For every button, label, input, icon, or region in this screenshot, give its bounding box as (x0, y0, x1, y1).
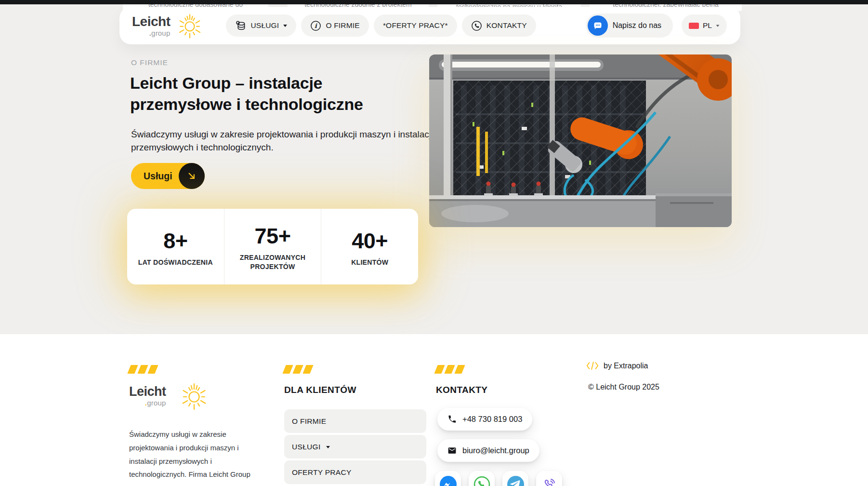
footer-logo[interactable]: Leicht .group (129, 380, 210, 411)
header: Leicht .group (119, 7, 740, 44)
code-icon (586, 361, 599, 371)
envelope-icon (447, 446, 457, 455)
sun-logo-icon (176, 12, 204, 40)
footer-menu: O FIRMIE USŁUGI OFERTY PRACY (284, 409, 426, 484)
footer-link-uslugi[interactable]: USŁUGI (284, 435, 426, 459)
logo-text: Leicht .group (132, 15, 170, 37)
footer-link-label: OFERTY PRACY (292, 468, 352, 477)
top-dark-bar (0, 0, 868, 4)
stat-label: ZREALIZOWANYCH PROJEKTÓW (237, 253, 309, 271)
copyright: © Leicht Group 2025 (588, 383, 659, 392)
nav-label: USŁUGI (250, 21, 279, 30)
stat-label: LAT DOŚWIADCZENIA (138, 258, 213, 267)
footer-clients-title: DLA KLIENTÓW (284, 385, 356, 395)
stat-label: KLIENTÓW (351, 258, 388, 267)
telegram-link[interactable] (502, 471, 528, 486)
logo[interactable]: Leicht .group (132, 12, 204, 40)
info-icon: i (310, 20, 321, 31)
cta-label: Napisz do nas (613, 21, 661, 30)
phone-solid-icon (447, 415, 457, 424)
whatsapp-icon (473, 475, 491, 486)
hero-subtitle: Świadczymy usługi w zakresie projektowan… (131, 128, 439, 154)
viber-icon (540, 475, 558, 486)
chevron-down-icon (326, 446, 330, 448)
logo-suffix: .group (149, 29, 171, 37)
logo-name: Leicht (132, 15, 170, 28)
stat-value: 75+ (255, 224, 291, 249)
telegram-icon (507, 475, 525, 486)
arrow-down-right-icon (179, 163, 205, 189)
chat-icon (588, 15, 608, 36)
header-right: Napisz do nas PL (586, 14, 727, 38)
poland-flag-icon (689, 23, 699, 29)
nav-label: KONTAKTY (487, 21, 527, 30)
slashes-icon (284, 365, 312, 374)
database-icon (235, 20, 246, 31)
contact-cta-button[interactable]: Napisz do nas (586, 14, 673, 38)
developer-credit[interactable]: by Extrapolia (586, 361, 648, 371)
viber-link[interactable] (536, 471, 562, 486)
footer-link-o-firmie[interactable]: O FIRMIE (284, 409, 426, 433)
services-button-label: Usługi (144, 171, 172, 182)
chevron-down-icon (283, 25, 287, 27)
hero-title: Leicht Group – instalacje przemysłowe i … (130, 72, 400, 115)
email-address: biuro@leicht.group (462, 446, 529, 455)
stat-projects: 75+ ZREALIZOWANYCH PROJEKTÓW (224, 209, 321, 284)
page: technologiczne dopasowane do technologic… (0, 0, 868, 486)
nav-label: O FIRMIE (326, 21, 360, 30)
language-selector[interactable]: PL (682, 14, 727, 37)
footer-link-oferty-pracy[interactable]: OFERTY PRACY (284, 460, 426, 484)
phone-button[interactable]: +48 730 819 003 (437, 408, 532, 431)
phone-number: +48 730 819 003 (462, 415, 522, 424)
stat-clients: 40+ KLIENTÓW (321, 209, 418, 284)
footer-about-text: Świadczymy usługi w zakresie projektowan… (129, 428, 263, 481)
email-button[interactable]: biuro@leicht.group (437, 439, 539, 462)
stat-experience: 8+ LAT DOŚWIADCZENIA (127, 209, 224, 284)
phone-icon (471, 20, 482, 31)
slashes-icon (129, 365, 157, 374)
language-code: PL (703, 21, 712, 30)
main-nav: USŁUGI i O FIRMIE *OFERTY PRACY* KONTAKT… (226, 14, 536, 37)
messenger-link[interactable] (435, 471, 461, 486)
messenger-icon (439, 475, 457, 486)
footer-link-label: O FIRMIE (292, 417, 326, 426)
stat-value: 40+ (352, 229, 388, 254)
sun-logo-icon (179, 380, 210, 411)
svg-text:i: i (315, 22, 317, 29)
logo-name: Leicht (129, 385, 166, 398)
whatsapp-link[interactable] (469, 471, 495, 486)
nav-label: *OFERTY PRACY* (383, 21, 448, 30)
footer-contacts-title: KONTAKTY (436, 385, 487, 395)
slashes-icon (436, 365, 463, 374)
nav-item-uslugi[interactable]: USŁUGI (226, 14, 296, 37)
nav-item-kontakty[interactable]: KONTAKTY (462, 14, 536, 37)
chevron-down-icon (716, 25, 720, 27)
hero-image-industrial-robot (429, 54, 732, 227)
nav-item-o-firmie[interactable]: i O FIRMIE (301, 14, 369, 37)
nav-item-oferty-pracy[interactable]: *OFERTY PRACY* (374, 14, 457, 37)
logo-text: Leicht .group (129, 385, 166, 406)
stat-value: 8+ (163, 229, 187, 254)
hero-eyebrow: O FIRMIE (131, 58, 168, 67)
footer-link-label: USŁUGI (292, 443, 321, 451)
services-button[interactable]: Usługi (131, 163, 205, 189)
developer-credit-label: by Extrapolia (604, 362, 648, 370)
logo-suffix: .group (145, 399, 166, 406)
footer: Leicht .group (0, 334, 868, 486)
stats-card: 8+ LAT DOŚWIADCZENIA 75+ ZREALIZOWANYCH … (127, 209, 418, 284)
social-links (435, 471, 562, 486)
